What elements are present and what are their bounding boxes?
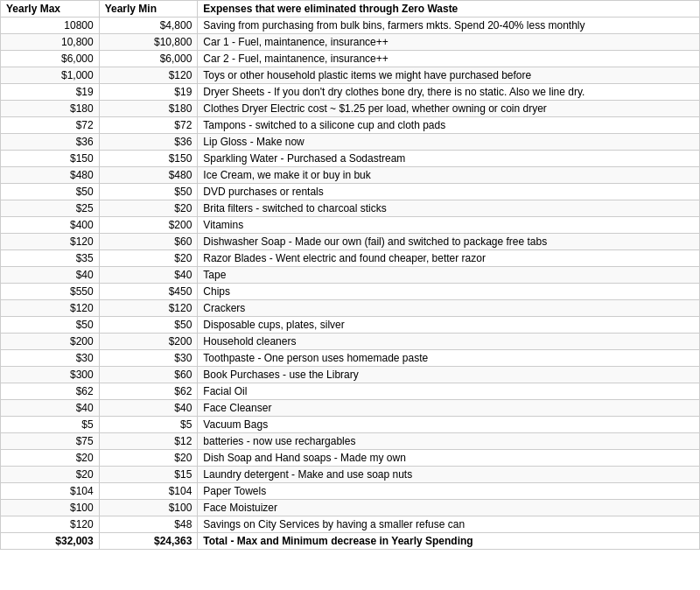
cell-description: Total - Max and Minimum decrease in Year… [198, 533, 700, 550]
cell-description: Disposable cups, plates, silver [198, 317, 700, 334]
cell-description: Laundry detergent - Make and use soap nu… [198, 467, 700, 483]
cell-yearly-max: $19 [1, 84, 100, 101]
cell-description: Chips [198, 284, 700, 300]
cell-description: Brita filters - switched to charcoal sti… [198, 200, 700, 217]
cell-yearly-min: $60 [99, 234, 198, 250]
cell-yearly-max: $120 [1, 234, 100, 250]
cell-yearly-max: $75 [1, 433, 100, 450]
cell-yearly-min: $62 [99, 383, 198, 400]
cell-description: Face Moistuizer [198, 500, 700, 516]
cell-description: Dishwasher Soap - Made our own (fail) an… [198, 234, 700, 250]
cell-description: Clothes Dryer Electric cost ~ $1.25 per … [198, 101, 700, 117]
cell-yearly-min: $20 [99, 200, 198, 217]
cell-description: Saving from purchasing from bulk bins, f… [198, 18, 700, 34]
cell-yearly-min: $48 [99, 516, 198, 533]
cell-yearly-min: $4,800 [99, 18, 198, 34]
cell-yearly-max: 10,800 [1, 34, 100, 51]
cell-yearly-max: $1,000 [1, 67, 100, 84]
cell-description: Sparkling Water - Purchased a Sodastream [198, 151, 700, 167]
cell-description: Tape [198, 267, 700, 284]
cell-description: Paper Towels [198, 483, 700, 500]
cell-yearly-min: $20 [99, 450, 198, 467]
cell-yearly-min: $20 [99, 250, 198, 267]
cell-description: batteries - now use rechargables [198, 433, 700, 450]
cell-yearly-max: $6,000 [1, 51, 100, 67]
cell-yearly-max: $5 [1, 417, 100, 433]
cell-description: Savings on City Services by having a sma… [198, 516, 700, 533]
cell-yearly-min: $50 [99, 184, 198, 200]
cell-yearly-max: $100 [1, 500, 100, 516]
cell-description: Razor Blades - Went electric and found c… [198, 250, 700, 267]
cell-yearly-max: $72 [1, 117, 100, 134]
cell-yearly-max: $120 [1, 300, 100, 317]
cell-yearly-min: $15 [99, 467, 198, 483]
cell-description: Household cleaners [198, 334, 700, 350]
cell-yearly-max: $30 [1, 350, 100, 367]
cell-yearly-min: $200 [99, 217, 198, 234]
cell-yearly-min: $120 [99, 300, 198, 317]
cell-yearly-max: $200 [1, 334, 100, 350]
cell-yearly-min: $50 [99, 317, 198, 334]
cell-yearly-min: $19 [99, 84, 198, 101]
header-yearly-min: Yearly Min [99, 1, 198, 18]
cell-yearly-max: $104 [1, 483, 100, 500]
cell-yearly-max: $150 [1, 151, 100, 167]
cell-yearly-min: $36 [99, 134, 198, 151]
cell-yearly-min: $60 [99, 367, 198, 383]
cell-yearly-min: $72 [99, 117, 198, 134]
cell-yearly-min: $450 [99, 284, 198, 300]
cell-yearly-min: $200 [99, 334, 198, 350]
cell-description: Face Cleanser [198, 400, 700, 417]
cell-yearly-max: $300 [1, 367, 100, 383]
cell-description: Facial Oil [198, 383, 700, 400]
cell-description: Car 2 - Fuel, maintanence, insurance++ [198, 51, 700, 67]
cell-description: Ice Cream, we make it or buy in buk [198, 167, 700, 184]
cell-description: Dryer Sheets - If you don't dry clothes … [198, 84, 700, 101]
cell-yearly-max: $62 [1, 383, 100, 400]
cell-yearly-max: $25 [1, 200, 100, 217]
cell-description: Lip Gloss - Make now [198, 134, 700, 151]
cell-yearly-max: $20 [1, 450, 100, 467]
cell-yearly-min: $40 [99, 400, 198, 417]
cell-yearly-max: $400 [1, 217, 100, 234]
header-expenses: Expenses that were eliminated through Ze… [198, 1, 700, 18]
cell-yearly-max: $480 [1, 167, 100, 184]
cell-yearly-min: $40 [99, 267, 198, 284]
cell-description: Crackers [198, 300, 700, 317]
cell-yearly-max: $50 [1, 317, 100, 334]
cell-yearly-max: $120 [1, 516, 100, 533]
cell-yearly-min: $120 [99, 67, 198, 84]
cell-description: Book Purchases - use the Library [198, 367, 700, 383]
cell-yearly-max: $50 [1, 184, 100, 200]
cell-yearly-min: $10,800 [99, 34, 198, 51]
cell-yearly-max: $40 [1, 267, 100, 284]
cell-yearly-max: $36 [1, 134, 100, 151]
cell-yearly-max: $20 [1, 467, 100, 483]
cell-description: Car 1 - Fuel, maintanence, insurance++ [198, 34, 700, 51]
cell-yearly-min: $24,363 [99, 533, 198, 550]
cell-yearly-max: 10800 [1, 18, 100, 34]
cell-yearly-max: $40 [1, 400, 100, 417]
cell-yearly-max: $180 [1, 101, 100, 117]
expenses-table: Yearly Max Yearly Min Expenses that were… [0, 0, 700, 550]
cell-yearly-max: $32,003 [1, 533, 100, 550]
cell-description: Toothpaste - One person uses homemade pa… [198, 350, 700, 367]
cell-yearly-min: $5 [99, 417, 198, 433]
cell-yearly-min: $104 [99, 483, 198, 500]
cell-yearly-min: $6,000 [99, 51, 198, 67]
cell-description: Toys or other household plastic items we… [198, 67, 700, 84]
cell-yearly-min: $30 [99, 350, 198, 367]
cell-description: Tampons - switched to a silicone cup and… [198, 117, 700, 134]
cell-yearly-min: $150 [99, 151, 198, 167]
cell-description: Vacuum Bags [198, 417, 700, 433]
cell-description: Vitamins [198, 217, 700, 234]
header-yearly-max: Yearly Max [1, 1, 100, 18]
cell-yearly-min: $12 [99, 433, 198, 450]
cell-yearly-max: $550 [1, 284, 100, 300]
cell-yearly-max: $35 [1, 250, 100, 267]
cell-description: Dish Soap and Hand soaps - Made my own [198, 450, 700, 467]
cell-yearly-min: $100 [99, 500, 198, 516]
cell-description: DVD purchases or rentals [198, 184, 700, 200]
cell-yearly-min: $180 [99, 101, 198, 117]
cell-yearly-min: $480 [99, 167, 198, 184]
